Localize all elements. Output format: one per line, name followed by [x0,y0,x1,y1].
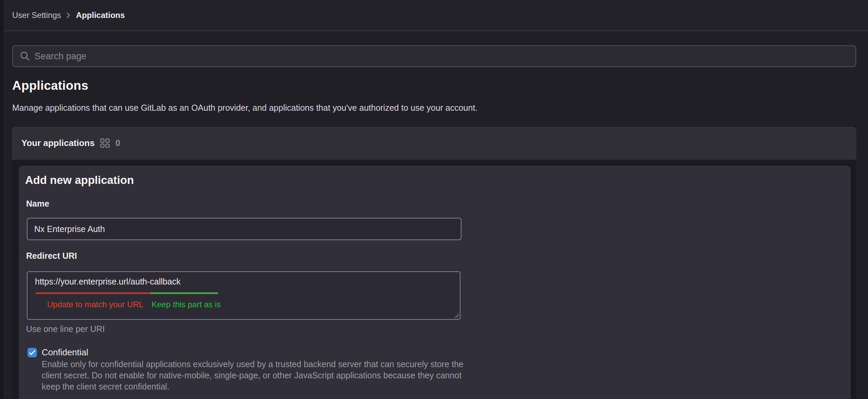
redirect-uri-help-text: Use one line per URI [26,324,105,334]
applications-settings-page: User Settings Applications Search page A… [0,0,868,399]
breadcrumb-applications: Applications [76,10,125,20]
name-input[interactable] [27,218,461,240]
confidential-checkbox[interactable] [27,348,37,357]
top-bar: User Settings Applications [3,0,868,31]
green-annotation-text: Keep this part as is [152,300,221,309]
chevron-right-icon [66,12,71,19]
breadcrumb-user-settings[interactable]: User Settings [12,10,61,20]
redirect-uri-red-part: https://your.enterprise.url [35,277,128,286]
checkmark-icon [28,349,36,356]
confidential-label[interactable]: Confidential [42,347,88,358]
redirect-uri-textarea[interactable]: https://your.enterprise.url/auth-callbac… [27,271,460,320]
your-applications-title: Your applications [21,138,95,148]
card-title: Add new application [25,174,134,187]
applications-grid-icon [100,138,110,148]
redirect-uri-value: https://your.enterprise.url/auth-callbac… [35,277,180,287]
page-description: Manage applications that can use GitLab … [12,103,477,113]
applications-count-badge: 0 [115,138,120,148]
name-label: Name [26,199,49,209]
redirect-uri-label: Redirect URI [26,251,77,261]
search-icon [20,51,31,62]
redirect-uri-green-part: /auth-callback [128,277,180,286]
page-title: Applications [12,79,88,93]
your-applications-section: Your applications 0 Add new application … [12,127,856,399]
red-annotation-text: Update to match your URL [41,300,150,309]
textarea-resize-handle[interactable] [453,312,459,318]
red-underline-annotation [36,292,150,294]
left-edge-strip [0,0,3,399]
green-underline-annotation [150,292,218,294]
add-new-application-card: Add new application Name Redirect URI ht… [19,166,850,399]
confidential-description: Enable only for confidential application… [42,359,469,392]
search-placeholder: Search page [35,51,86,62]
your-applications-header: Your applications 0 [12,127,856,160]
search-input[interactable]: Search page [12,45,856,67]
breadcrumb: User Settings Applications [12,10,125,20]
